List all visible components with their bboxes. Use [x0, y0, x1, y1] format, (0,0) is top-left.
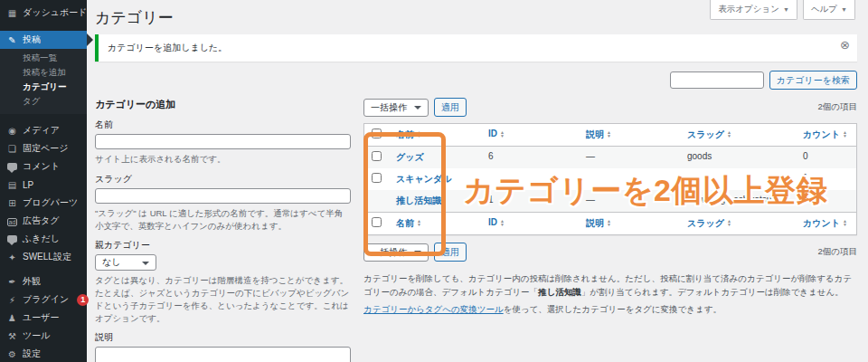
bulk-actions-value: 一括操作	[371, 101, 407, 114]
parent-category-label: 親カテゴリー	[95, 239, 351, 252]
pushpin-icon: ✎	[6, 35, 18, 45]
sort-count-header[interactable]: カウント▲▼	[803, 217, 847, 230]
sidebar-item-posts[interactable]: ✎ 投稿	[0, 31, 87, 49]
sidebar-item-settings[interactable]: ⚙ 設定	[0, 345, 87, 362]
sidebar-label-tools: ツール	[23, 329, 50, 342]
sidebar-item-tags[interactable]: タグ	[0, 94, 87, 109]
speech-bubble-icon	[6, 234, 18, 244]
sort-slug-header[interactable]: スラッグ▲▼	[687, 129, 731, 141]
category-slug: knowledge-oshikatsu	[680, 190, 796, 213]
sort-arrows-icon: ▲▼	[607, 129, 611, 138]
search-input[interactable]	[670, 71, 764, 89]
parent-category-select[interactable]: なし	[95, 254, 156, 271]
help-button[interactable]: ヘルプ ▼	[803, 0, 855, 20]
sidebar-label-dashboard: ダッシュボード	[23, 6, 87, 19]
sidebar-item-comments[interactable]: コメント	[0, 157, 87, 176]
pages-icon: ❏	[6, 144, 18, 154]
sidebar-label-comments: コメント	[23, 160, 60, 173]
category-count: 1	[796, 168, 857, 190]
apply-button[interactable]: 適用	[434, 98, 467, 117]
sidebar-item-ad-tag[interactable]: ad 広告タグ	[0, 212, 87, 230]
add-category-form: カテゴリーの追加 名前 サイト上に表示される名前です。 スラッグ "スラッグ" …	[95, 69, 351, 362]
plugin-icon: ⚡	[6, 295, 18, 305]
chevron-down-icon: ▼	[841, 6, 847, 13]
sidebar-label-blog-parts: ブログパーツ	[23, 196, 78, 209]
sort-description-header[interactable]: 説明▲▼	[586, 129, 611, 141]
sidebar-label-users: ユーザー	[23, 311, 59, 324]
table-row: スキャンダル 1	[364, 168, 857, 190]
select-all-checkbox[interactable]	[372, 217, 382, 227]
sidebar-item-tools[interactable]: ⚒ ツール	[0, 327, 87, 345]
notice-text: カテゴリーを追加しました。	[108, 43, 227, 52]
category-id: 1	[481, 190, 579, 213]
sidebar-item-lp[interactable]: ▤ LP	[0, 176, 87, 194]
category-slug: goods	[680, 147, 796, 169]
category-count: 0	[796, 147, 857, 169]
category-name-link[interactable]: 推し活知識	[396, 195, 441, 205]
screen-meta: 表示オプション ▼ ヘルプ ▼	[710, 0, 855, 20]
brush-icon: ✒	[6, 277, 18, 287]
category-name-link[interactable]: グッズ	[396, 152, 424, 162]
sidebar-item-swell[interactable]: ✦ SWELL設定	[0, 248, 87, 266]
sort-description-header[interactable]: 説明▲▼	[586, 217, 611, 230]
screen-options-label: 表示オプション	[718, 4, 779, 15]
sidebar-item-all-posts[interactable]: 投稿一覧	[0, 51, 87, 65]
sidebar-item-blog-parts[interactable]: ⊞ ブログパーツ	[0, 194, 87, 212]
document-icon: ▤	[6, 180, 18, 190]
ad-tag-icon: ad	[6, 216, 18, 226]
sort-arrows-icon: ▲▼	[500, 129, 505, 138]
sort-arrows-icon: ▲▼	[607, 217, 611, 226]
sort-arrows-icon: ▲▼	[417, 217, 421, 226]
sort-count-header[interactable]: カウント▲▼	[803, 129, 847, 141]
sidebar-item-appearance[interactable]: ✒ 外観	[0, 272, 87, 291]
table-row: 推し活知識 1 — knowledge-oshikatsu 2	[364, 190, 857, 213]
dismiss-notice-icon[interactable]: ⊗	[840, 39, 850, 51]
admin-sidebar: ▦ ダッシュボード ✎ 投稿 投稿一覧 投稿を追加 カテゴリー タグ ◉ メディ…	[0, 0, 87, 362]
sidebar-item-dashboard[interactable]: ▦ ダッシュボード	[0, 4, 87, 22]
sort-slug-header[interactable]: スラッグ▲▼	[687, 217, 731, 230]
sort-name-header[interactable]: 名前▲▼	[396, 217, 421, 230]
sidebar-item-users[interactable]: ♟ ユーザー	[0, 309, 87, 327]
sidebar-item-fukidashi[interactable]: ふきだし	[0, 230, 87, 248]
select-all-checkbox[interactable]	[372, 129, 382, 138]
table-row: グッズ 6 — goods 0	[364, 147, 857, 169]
help-label: ヘルプ	[811, 4, 837, 15]
slug-help: "スラッグ" は URL に適した形式の名前です。通常はすべて半角小文字で、英数…	[95, 207, 351, 233]
swell-logo-icon: ✦	[6, 252, 18, 262]
sidebar-item-add-post[interactable]: 投稿を追加	[0, 65, 87, 80]
category-to-tag-converter-link[interactable]: カテゴリーからタグへの変換ツール	[363, 304, 504, 314]
screen-options-button[interactable]: 表示オプション ▼	[710, 0, 797, 20]
sidebar-label-appearance: 外観	[23, 275, 41, 288]
row-checkbox[interactable]	[372, 173, 382, 183]
chevron-down-icon	[142, 262, 149, 265]
sort-id-header[interactable]: ID▲▼	[488, 129, 505, 138]
category-name-input[interactable]	[95, 134, 351, 149]
bulk-actions-select[interactable]: 一括操作	[363, 99, 429, 117]
bulk-actions-value: 一括操作	[371, 246, 407, 259]
bulk-actions-select[interactable]: 一括操作	[363, 243, 429, 262]
sidebar-item-pages[interactable]: ❏ 固定ページ	[0, 139, 87, 157]
tablenav-top: 一括操作 適用 2個の項目	[363, 98, 857, 117]
category-list-panel: カテゴリーを検索 一括操作 適用 2個の項目 名前▲▼ ID▲▼ 説明▲▼	[363, 69, 857, 317]
row-checkbox[interactable]	[372, 151, 382, 161]
category-slug	[680, 168, 796, 190]
sidebar-item-media[interactable]: ◉ メディア	[0, 121, 87, 139]
name-help: サイト上に表示される名前です。	[95, 153, 351, 166]
search-categories-button[interactable]: カテゴリーを検索	[769, 71, 857, 90]
sort-name-header[interactable]: 名前▲▼	[396, 129, 421, 141]
parent-category-help: タグとは異なり、カテゴリーは階層構造を持つことができます。たとえば、ジャズという…	[95, 274, 351, 324]
chevron-down-icon	[414, 251, 421, 254]
convert-note-paragraph: カテゴリーからタグへの変換ツールを使って、選択したカテゴリーをタグに変換できます…	[363, 302, 857, 316]
sidebar-item-plugins[interactable]: ⚡ プラグイン 1	[0, 291, 87, 309]
sort-arrows-icon: ▲▼	[727, 217, 731, 226]
sort-id-header[interactable]: ID▲▼	[488, 217, 505, 227]
category-description-textarea[interactable]	[95, 347, 351, 362]
gear-icon: ⚙	[6, 349, 18, 359]
category-slug-input[interactable]	[95, 188, 351, 204]
apply-button[interactable]: 適用	[434, 243, 467, 262]
category-name-link[interactable]: スキャンダル	[396, 174, 451, 184]
sidebar-item-categories[interactable]: カテゴリー	[0, 80, 87, 94]
plugin-update-badge: 1	[77, 294, 89, 306]
category-description: —	[579, 190, 680, 213]
slug-label: スラッグ	[95, 173, 351, 186]
